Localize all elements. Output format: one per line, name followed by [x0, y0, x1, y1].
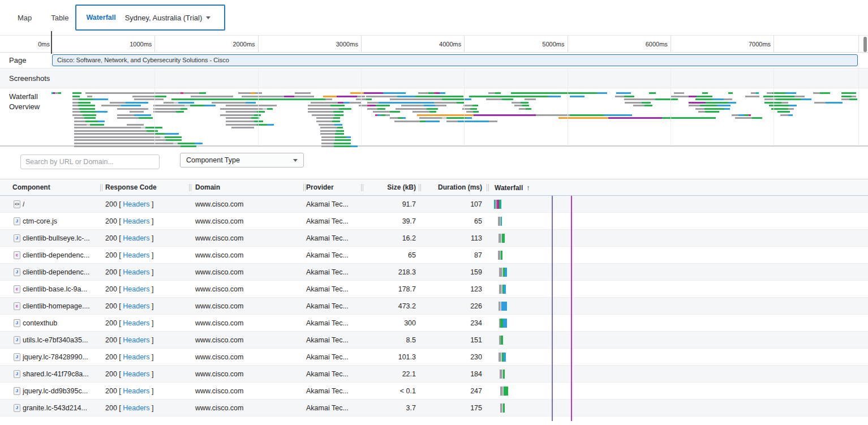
tab-waterfall[interactable]: Waterfall: [86, 14, 115, 22]
overview-bar: [367, 108, 385, 110]
column-header-provider[interactable]: Provider: [306, 179, 334, 196]
column-resize-handle[interactable]: [361, 184, 364, 191]
domain: www.cisco.com: [195, 196, 243, 213]
headers-link[interactable]: Headers: [123, 285, 149, 293]
overview-bar: [74, 117, 96, 119]
column-resize-handle[interactable]: [487, 184, 489, 191]
component-type-dropdown[interactable]: Component Type: [180, 153, 304, 168]
overview-bar: [226, 124, 274, 126]
column-resize-handle[interactable]: [189, 184, 192, 191]
headers-link[interactable]: Headers: [123, 200, 149, 208]
headers-link[interactable]: Headers: [123, 268, 149, 276]
waterfall-bar: [499, 336, 503, 345]
overview-bar: [191, 96, 233, 97]
table-row[interactable]: Jclientlib-dependenc...200 [ Headers ]ww…: [0, 264, 868, 281]
overview-bar: [764, 102, 788, 104]
overview-bar: [695, 108, 730, 110]
duration-ms: 234: [422, 315, 482, 332]
overview-bar: [367, 102, 448, 104]
grid-line: [774, 36, 774, 52]
headers-link[interactable]: Headers: [123, 387, 149, 395]
overview-bar: [412, 111, 436, 113]
timeline-tick: 2000ms: [154, 36, 257, 53]
column-header-domain[interactable]: Domain: [195, 179, 220, 196]
column-resize-handle[interactable]: [419, 184, 422, 191]
overview-bar: [51, 92, 61, 94]
table-row[interactable]: cclientlib-homepage....200 [ Headers ]ww…: [0, 298, 868, 315]
duration-ms: 230: [422, 349, 482, 366]
headers-link[interactable]: Headers: [123, 234, 149, 242]
overview-bar: [72, 105, 95, 106]
overview-bar: [814, 102, 843, 104]
table-row[interactable]: Jjquery.lc-dd9b395c...200 [ Headers ]www…: [0, 383, 868, 400]
duration-ms: 175: [422, 400, 482, 417]
column-header-duration-ms-[interactable]: Duration (ms): [422, 179, 482, 196]
location-dropdown[interactable]: Sydney, Australia (Trial): [125, 14, 211, 22]
page-row-label: Page: [9, 53, 26, 68]
column-resize-handle[interactable]: [100, 184, 103, 191]
column-header-waterfall[interactable]: Waterfall↑: [495, 179, 530, 196]
headers-link[interactable]: Headers: [123, 404, 149, 412]
domain: www.cisco.com: [195, 264, 243, 281]
search-input[interactable]: [20, 154, 160, 169]
timeline-tick: 5000ms: [464, 36, 567, 53]
overview-bar: [101, 105, 141, 106]
overview-bar: [763, 96, 805, 97]
headers-link[interactable]: Headers: [123, 251, 149, 259]
table-row[interactable]: Jutils.lc-e7bf340a35...200 [ Headers ]ww…: [0, 332, 868, 349]
size-kb: 218.3: [340, 264, 416, 281]
page-timing-bar[interactable]: Cisco: Software, Network, and Cybersecur…: [52, 54, 858, 66]
waterfall-bar: [499, 268, 507, 277]
size-kb: 91.7: [340, 196, 416, 213]
table-row[interactable]: cclientlib-dependenc...200 [ Headers ]ww…: [0, 247, 868, 264]
overview-bar: [446, 121, 497, 122]
screenshots-row-label: Screenshots: [9, 68, 50, 88]
table-header: ComponentResponse CodeDomainProviderSize…: [0, 179, 868, 196]
headers-link[interactable]: Headers: [123, 370, 149, 378]
duration-ms: 113: [422, 230, 482, 247]
table-row[interactable]: Jctm-core.js200 [ Headers ]www.cisco.com…: [0, 213, 868, 230]
overview-bar: [72, 114, 96, 116]
overview-bar: [72, 92, 81, 94]
overview-bar: [649, 92, 656, 94]
table-row[interactable]: cclientlib-base.lc-9a...200 [ Headers ]w…: [0, 281, 868, 298]
overview-bar: [74, 130, 158, 132]
headers-link[interactable]: Headers: [123, 319, 149, 327]
duration-ms: 247: [422, 383, 482, 400]
domain: www.cisco.com: [195, 366, 243, 383]
column-resize-handle[interactable]: [303, 184, 306, 191]
overview-bar: [764, 98, 811, 100]
table-row[interactable]: Jjquery.lc-78428990...200 [ Headers ]www…: [0, 349, 868, 366]
table-row[interactable]: <>/200 [ Headers ]www.cisco.comAkamai Te…: [0, 196, 868, 213]
table-row[interactable]: Jgranite.lc-543d214...200 [ Headers ]www…: [0, 400, 868, 417]
scrollbar-thumb[interactable]: [863, 37, 867, 52]
overview-bar: [463, 105, 478, 106]
component-name: /: [23, 196, 24, 213]
overview-bar: [74, 143, 203, 144]
overview-bar: [320, 127, 343, 128]
headers-link[interactable]: Headers: [123, 353, 149, 361]
tab-table[interactable]: Table: [51, 14, 68, 22]
overview-bar: [85, 92, 206, 94]
table-row[interactable]: Jclientlib-bullseye.lc-...200 [ Headers …: [0, 230, 868, 247]
response-code: 200 [ Headers ]: [105, 315, 153, 332]
waterfall-bar: [500, 387, 508, 396]
overview-bar: [72, 98, 108, 100]
column-header-size-kb-[interactable]: Size (kB): [340, 179, 416, 196]
column-header-component[interactable]: Component: [12, 179, 50, 196]
headers-link[interactable]: Headers: [123, 302, 149, 310]
grid-line: [361, 36, 362, 52]
overview-bar: [110, 102, 148, 104]
overview-bar: [220, 114, 261, 116]
headers-link[interactable]: Headers: [123, 217, 149, 225]
table-row[interactable]: Jcontexthub200 [ Headers ]www.cisco.comA…: [0, 315, 868, 332]
column-header-response-code[interactable]: Response Code: [105, 179, 157, 196]
tab-map[interactable]: Map: [18, 14, 32, 22]
component-name: clientlib-dependenc...: [23, 264, 89, 281]
headers-link[interactable]: Headers: [123, 336, 149, 344]
component-type-js-icon: J: [14, 234, 20, 242]
overview-bar: [771, 108, 794, 110]
component-type-label: Component Type: [181, 153, 303, 167]
size-kb: 178.7: [340, 281, 416, 298]
table-row[interactable]: Jshared.lc-41f79c8a...200 [ Headers ]www…: [0, 366, 868, 383]
